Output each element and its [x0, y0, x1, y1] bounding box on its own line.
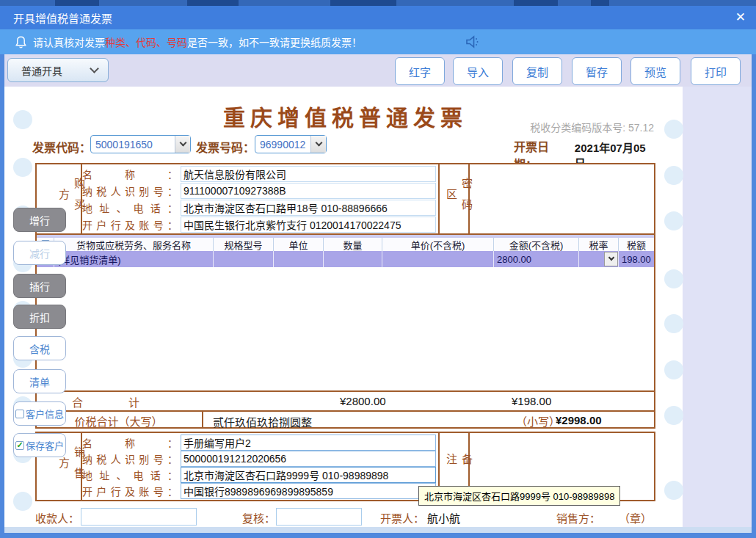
buyer-address-label: 地址、电话：: [82, 200, 178, 215]
decorative-circle: [13, 158, 32, 177]
customer-info-button[interactable]: 客户信息: [13, 401, 66, 426]
decorative-circle: [664, 269, 683, 288]
dialog-title: 开具增值税普通发票: [13, 10, 112, 26]
divider: [35, 390, 655, 392]
col-spec: 规格型号: [213, 238, 273, 251]
col-unit: 单位: [273, 238, 323, 251]
alert-message: 请认真核对发票种类、代码、号码是否一致，如不一致请更换纸质发票！: [33, 34, 362, 49]
seller-bank-field[interactable]: 中国银行8989896969899895859: [181, 483, 436, 499]
bell-icon: [15, 35, 27, 49]
item-tax-cell[interactable]: 198.00: [618, 251, 654, 267]
buyer-bank-field[interactable]: 中国民生银行北京紫竹支行 0120014170022475: [181, 217, 436, 233]
buyer-taxid-field[interactable]: 91110000710927388B: [181, 183, 436, 199]
import-button[interactable]: 导入: [453, 57, 503, 85]
invoice-mode-select[interactable]: 普通开具: [7, 58, 109, 82]
print-button[interactable]: 打印: [691, 57, 741, 85]
item-spec-cell[interactable]: [213, 251, 273, 267]
dialog-title-bar: 开具增值税普通发票 ✕: [0, 6, 756, 29]
add-row-button[interactable]: 增行: [13, 208, 66, 232]
decorative-circle: [664, 481, 683, 500]
red-letter-button[interactable]: 红字: [395, 57, 445, 85]
seller-seal-label: 销售方：: [556, 510, 600, 526]
col-name: 货物或应税劳务、服务名称: [54, 238, 213, 251]
bottom-strip: [4, 527, 752, 533]
item-qty-cell[interactable]: [323, 251, 382, 267]
grand-total-value: ¥2998.00: [556, 414, 602, 426]
preview-button[interactable]: 预览: [630, 57, 680, 85]
seller-seal-value: （章）: [619, 510, 652, 526]
invoice-number-label: 发票号码：: [196, 138, 255, 156]
item-row[interactable]: (详见销货清单) 2800.00 198.00: [37, 251, 654, 267]
invoice-number-value: 96990012: [255, 139, 310, 150]
reviewer-input[interactable]: [276, 508, 362, 526]
alert-highlight: 种类、代码、号码: [105, 37, 187, 48]
alert-text: 请认真核对发票: [33, 37, 105, 48]
payee-input[interactable]: [81, 508, 197, 526]
invoice-code-value: 5000191650: [91, 139, 175, 150]
save-customer-checkbox[interactable]: ✓: [15, 441, 24, 450]
buyer-address-row: 地址、电话： 北京市海淀区杏石口路甲18号 010-88896666: [82, 200, 436, 216]
tax-included-button[interactable]: 含税: [13, 336, 66, 360]
decorative-circle: [664, 211, 683, 230]
seller-address-label: 地址、电话：: [82, 468, 178, 482]
payee-label: 收款人：: [35, 510, 79, 526]
save-customer-button[interactable]: ✓ 保存客户: [13, 433, 66, 457]
divider: [438, 163, 440, 233]
buyer-bank-label: 开户行及账号：: [82, 217, 178, 232]
decorative-circle: [664, 406, 683, 425]
list-button[interactable]: 清单: [13, 369, 66, 393]
invoice-code-label: 发票代码：: [32, 138, 91, 156]
customer-info-checkbox[interactable]: [15, 410, 24, 418]
item-name-cell[interactable]: (详见销货清单): [54, 251, 213, 267]
seller-taxid-row: 纳税人识别号： 500000191212020656: [82, 451, 436, 467]
tax-code-version-label: 税收分类编码版本号:: [530, 122, 625, 134]
item-price-cell[interactable]: [382, 251, 493, 267]
col-price: 单价(不含税): [382, 238, 493, 251]
address-tooltip: 北京市海淀区杏石口路9999号 010-98989898: [418, 486, 620, 506]
insert-row-button[interactable]: 插行: [13, 274, 66, 298]
copy-button[interactable]: 复制: [512, 57, 562, 85]
item-rate-cell[interactable]: [578, 251, 618, 267]
alert-text: 是否一致，如不一致请更换纸质发票！: [187, 37, 362, 48]
temp-save-button[interactable]: 暂存: [572, 57, 622, 85]
buyer-address-field[interactable]: 北京市海淀区杏石口路甲18号 010-88896666: [181, 200, 436, 216]
background-fragment: [330, 0, 396, 6]
background-fragment: [591, 0, 609, 6]
password-area-label: 密码区: [443, 169, 474, 229]
buyer-bank-row: 开户行及账号： 中国民生银行北京紫竹支行 0120014170022475: [82, 217, 436, 233]
drawer-value: 航小航: [427, 510, 460, 526]
col-amount: 金额(不含税): [493, 238, 578, 251]
col-qty: 数量: [323, 238, 382, 251]
decorative-circle: [664, 166, 683, 185]
seller-address-field[interactable]: 北京市海淀区杏石口路9999号 010-98989898: [181, 467, 436, 483]
buyer-name-row: 名称： 航天信息股份有限公司: [82, 166, 436, 182]
seller-taxid-label: 纳税人识别号：: [82, 451, 178, 466]
speaker-icon[interactable]: [465, 34, 481, 52]
chevron-down-icon: [90, 64, 99, 73]
discount-button[interactable]: 折扣: [13, 305, 66, 329]
remove-row-button[interactable]: 减行: [13, 241, 66, 265]
item-amount-cell[interactable]: 2800.00: [493, 251, 578, 267]
dialog-right-border: [752, 54, 756, 538]
divider: [35, 410, 655, 412]
invoice-code-select[interactable]: 5000191650: [90, 135, 191, 153]
background-fragment: [187, 0, 239, 6]
seller-bank-label: 开户行及账号：: [82, 484, 178, 498]
divider: [202, 410, 203, 429]
toolbar: 普通开具 红字 导入 复制 暂存 预览 打印: [0, 54, 756, 87]
seller-taxid-field[interactable]: 500000191212020656: [181, 451, 436, 467]
items-header-row: 货物或应税劳务、服务名称 规格型号 单位 数量 单价(不含税) 金额(不含税) …: [37, 238, 654, 251]
buyer-name-field[interactable]: 航天信息股份有限公司: [181, 166, 436, 182]
col-rate: 税率: [578, 238, 618, 251]
customer-info-label: 客户信息: [26, 407, 64, 421]
tax-rate-select[interactable]: [604, 252, 618, 266]
invoice-number-select[interactable]: 96990012: [255, 135, 327, 153]
buyer-taxid-row: 纳税人识别号： 91110000710927388B: [82, 183, 436, 199]
item-unit-cell[interactable]: [273, 251, 323, 267]
sum-amount: ¥2800.00: [340, 395, 386, 407]
close-icon[interactable]: ✕: [735, 10, 746, 25]
grand-total-chinese: 贰仟玖佰玖拾捌圆整: [213, 414, 312, 429]
seller-address-row: 地址、电话： 北京市海淀区杏石口路9999号 010-98989898: [82, 467, 436, 483]
seller-name-field[interactable]: 手册编写用户2: [181, 435, 436, 451]
chevron-down-icon: [175, 136, 190, 153]
